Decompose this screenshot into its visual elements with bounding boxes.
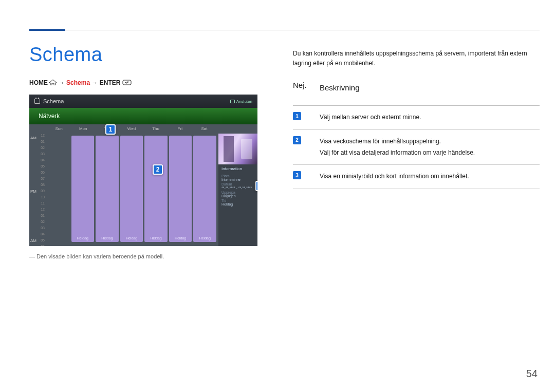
col-thu[interactable]: Heldag: [144, 134, 168, 246]
screenshot-header: Schema Ansluten: [29, 95, 257, 108]
breadcrumb-enter: ENTER: [100, 79, 121, 86]
enter-icon: [122, 80, 132, 85]
info-panel: Information Plats Internminne Datum **-*…: [218, 134, 257, 246]
screenshot-panel: Schema Ansluten Nätverk Sun Mon Tue Wed …: [29, 95, 257, 246]
info-place-label: Plats: [221, 174, 254, 178]
col-mon[interactable]: Heldag: [71, 134, 95, 246]
content-thumbnail: [218, 134, 257, 164]
callout-2: 2: [153, 164, 163, 175]
table-head: Nej. Beskrivning: [293, 81, 540, 105]
day-fri: Fri: [168, 126, 192, 134]
day-thu: Thu: [144, 126, 168, 134]
day-wed: Wed: [119, 126, 143, 134]
table-row: 3 Visa en miniatyrbild och kort informat…: [293, 164, 540, 189]
info-repeat: Dagligen: [221, 194, 254, 198]
breadcrumb: HOME → Schema → ENTER: [29, 79, 266, 86]
info-time-label: Tid: [221, 199, 254, 202]
col-wed[interactable]: Heldag: [120, 134, 143, 246]
source-tab-bar: Nätverk: [29, 108, 257, 124]
info-date: **-**-**** - **-**-****: [221, 186, 254, 190]
breadcrumb-schema: Schema: [66, 79, 90, 86]
day-header-row: Sun Mon Tue Wed Thu Fri Sat: [47, 126, 216, 134]
calendar-icon: [34, 99, 40, 104]
info-time: Heldag: [221, 202, 254, 206]
breadcrumb-home: HOME: [29, 79, 48, 86]
home-icon: [49, 80, 57, 85]
info-date-label: Datum: [221, 182, 254, 186]
callout-3: 3: [255, 181, 257, 191]
horizontal-rule: [29, 30, 540, 30]
callout-1: 1: [105, 124, 116, 135]
table-row: 1 Välj mellan server och externt minne.: [293, 105, 540, 129]
tab-network[interactable]: Nätverk: [39, 113, 60, 120]
event[interactable]: Heldag: [169, 136, 192, 242]
info-place: Internminne: [221, 178, 254, 181]
accent-bar: [29, 29, 65, 31]
screenshot-title: Schema: [43, 98, 64, 104]
info-title: Information: [218, 164, 257, 173]
page-title: Schema: [29, 44, 266, 66]
col-tue[interactable]: Heldag: [96, 134, 119, 246]
breadcrumb-arrow: →: [91, 79, 98, 86]
event[interactable]: Heldag: [193, 136, 216, 242]
right-column: Du kan kontrollera innehållets uppspelni…: [293, 49, 540, 189]
info-repeat-label: Upprepa: [221, 191, 254, 194]
col-sun[interactable]: [47, 134, 70, 246]
table-row: 2 Visa veckoschema för innehållsuppspeln…: [293, 129, 540, 164]
footnote: ― Den visade bilden kan variera beroende…: [29, 253, 266, 259]
event[interactable]: Heldag: [120, 136, 143, 242]
connected-status: Ansluten: [230, 99, 252, 104]
day-mon: Mon: [71, 126, 95, 134]
event[interactable]: Heldag: [144, 136, 168, 242]
hour-column: 1201020304050607080910111201020304050607…: [29, 134, 47, 246]
row-desc-2: Visa veckoschema för innehållsuppspelnin…: [320, 136, 540, 158]
left-column: Schema HOME → Schema → ENTER Schema Ansl…: [29, 44, 266, 259]
schedule-grid[interactable]: Heldag Heldag Heldag Heldag Heldag Helda…: [47, 134, 216, 246]
col-fri[interactable]: Heldag: [169, 134, 192, 246]
monitor-icon: [230, 100, 235, 103]
day-sat: Sat: [192, 126, 216, 134]
breadcrumb-arrow: →: [59, 79, 65, 86]
description-table: Nej. Beskrivning 1 Välj mellan server oc…: [293, 81, 540, 189]
row-badge-1: 1: [293, 112, 301, 120]
row-desc-1: Välj mellan server och externt minne.: [320, 112, 540, 123]
event[interactable]: Heldag: [96, 136, 119, 242]
th-desc: Beskrivning: [320, 81, 540, 100]
col-sat[interactable]: Heldag: [193, 134, 216, 246]
row-badge-2: 2: [293, 136, 301, 144]
timeline: Sun Mon Tue Wed Thu Fri Sat AM PM AM 120…: [29, 124, 257, 246]
connected-label: Ansluten: [236, 99, 252, 104]
page-number: 54: [526, 368, 538, 380]
row-badge-3: 3: [293, 171, 301, 179]
row-desc-3: Visa en miniatyrbild och kort informatio…: [320, 171, 540, 182]
intro-text: Du kan kontrollera innehållets uppspelni…: [293, 49, 540, 68]
day-sun: Sun: [47, 126, 71, 134]
th-no: Nej.: [293, 81, 320, 100]
event[interactable]: Heldag: [71, 136, 95, 242]
